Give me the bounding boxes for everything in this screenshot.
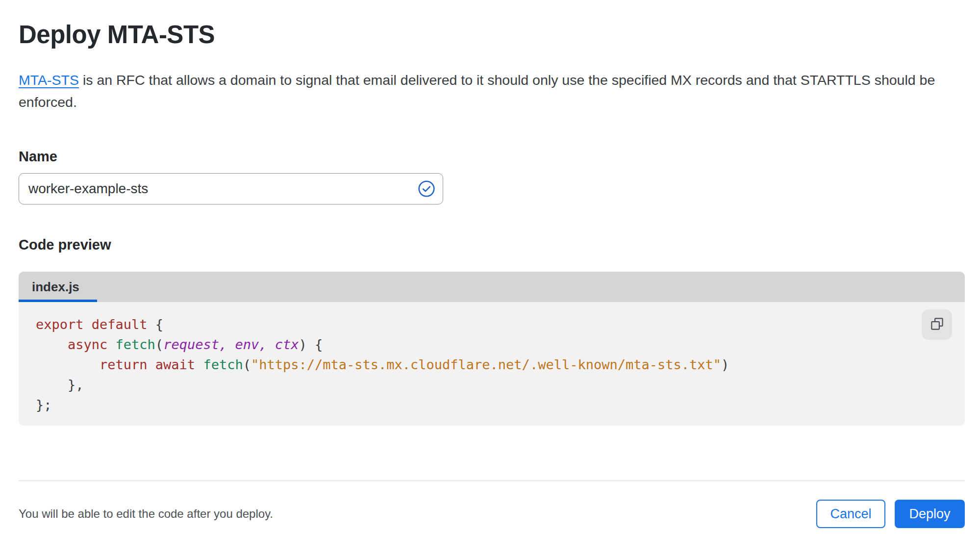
code-area: export default { async fetch(request, en… — [19, 302, 965, 426]
mta-sts-link[interactable]: MTA-STS — [19, 72, 79, 88]
code-tab-bar: index.js — [19, 272, 965, 302]
tab-index-js[interactable]: index.js — [19, 272, 96, 302]
code-line: }, — [36, 375, 965, 395]
code-line: export default { — [36, 314, 965, 334]
copy-code-button[interactable] — [922, 309, 952, 340]
footer-actions: Cancel Deploy — [816, 500, 965, 528]
page-description-text: is an RFC that allows a domain to signal… — [19, 72, 935, 110]
code-line: async fetch(request, env, ctx) { — [36, 334, 965, 355]
footer-divider — [19, 481, 965, 481]
name-input-wrap — [19, 173, 443, 204]
deploy-mta-sts-page: Deploy MTA-STS MTA-STS is an RFC that al… — [0, 20, 980, 528]
code-line: return await fetch("https://mta-sts.mx.c… — [36, 355, 965, 375]
worker-name-input[interactable] — [19, 173, 443, 204]
code-preview-label: Code preview — [19, 237, 965, 253]
page-title: Deploy MTA-STS — [19, 20, 965, 50]
footer-note: You will be able to edit the code after … — [19, 507, 273, 521]
copy-icon — [930, 316, 945, 333]
cancel-button[interactable]: Cancel — [816, 500, 885, 528]
code-preview-panel: index.js export default { async fetch(re… — [19, 272, 965, 426]
code-line: }; — [36, 395, 965, 415]
deploy-button[interactable]: Deploy — [895, 500, 965, 528]
check-circle-icon — [418, 180, 435, 198]
footer: You will be able to edit the code after … — [19, 500, 965, 528]
code-content: export default { async fetch(request, en… — [36, 314, 965, 415]
name-field-label: Name — [19, 149, 965, 165]
page-description: MTA-STS is an RFC that allows a domain t… — [19, 69, 945, 113]
